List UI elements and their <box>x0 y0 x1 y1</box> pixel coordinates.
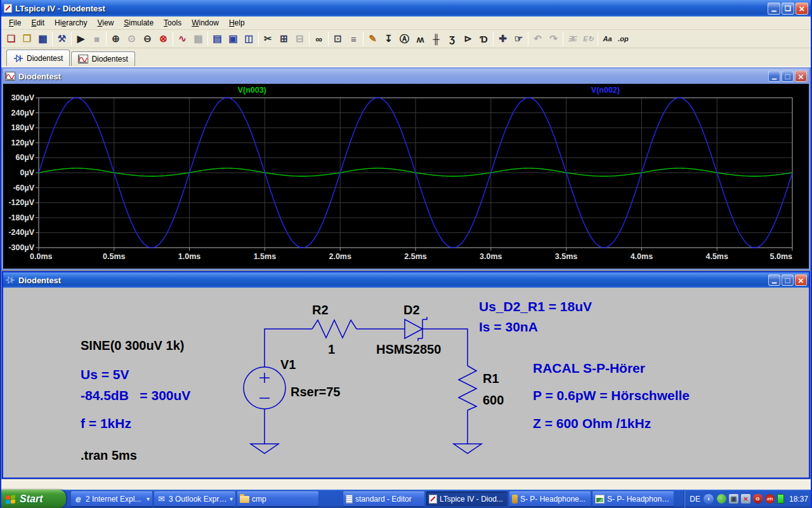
task-outlook-express[interactable]: 3 Outlook Express <box>154 491 235 506</box>
annotation-freq[interactable]: f = 1kHz <box>81 416 131 431</box>
menu-tools[interactable]: Tools <box>159 17 187 29</box>
gdata-shield-tray-icon[interactable]: G <box>753 494 763 504</box>
r2-resistor[interactable] <box>312 320 357 338</box>
window-title: LTspice IV - Diodentest <box>15 4 764 13</box>
menu-window[interactable]: Window <box>187 17 224 29</box>
network-disconnected-tray-icon[interactable] <box>741 494 750 504</box>
spice-directive-icon[interactable]: .op <box>615 31 631 46</box>
menu-help[interactable]: Help <box>224 17 250 29</box>
label-r1-value[interactable]: 600 <box>483 393 504 408</box>
place-ground-icon[interactable]: ↧ <box>381 31 396 46</box>
schematic-maximize-button[interactable] <box>782 274 794 286</box>
move-icon[interactable]: ✚ <box>495 31 511 46</box>
start-button[interactable]: Start <box>0 490 66 508</box>
waveform-maximize-button[interactable] <box>782 70 794 82</box>
schematic-canvas[interactable]: R21D2HSMS2850V1Rser=75R1600SINE(0 300uV … <box>3 288 809 478</box>
place-component-icon[interactable]: Ɗ <box>476 31 492 46</box>
ground-symbol-r1[interactable] <box>454 444 481 453</box>
annotation-racal[interactable]: RACAL S-P-Hörer <box>533 361 645 376</box>
halt-simulation-icon[interactable]: ■ <box>89 31 105 46</box>
plot-settings-icon[interactable]: ▦ <box>190 31 206 46</box>
annotation-db[interactable]: -84.5dB = 300uV <box>81 388 190 403</box>
minimize-button[interactable] <box>768 3 780 15</box>
annotation-us-d2-r1[interactable]: Us_D2_R1 = 18uV <box>479 299 592 314</box>
zoom-back-icon[interactable]: ⊙ <box>124 31 140 46</box>
open-file-icon[interactable]: ❐ <box>19 31 35 46</box>
zoom-out-icon[interactable]: ⊖ <box>140 31 155 46</box>
place-capacitor-icon[interactable]: ╫ <box>428 31 444 46</box>
waveform-minimize-button[interactable] <box>768 70 780 82</box>
new-schematic-icon[interactable]: ❏ <box>3 31 19 46</box>
waveform-plot[interactable]: 300µV240µV180µV120µV60µV0µV-60µV-120µV-1… <box>3 84 809 269</box>
place-diode-icon[interactable]: ⊳ <box>460 31 476 46</box>
r1-resistor[interactable] <box>459 366 476 410</box>
tab-waveform-diodentest[interactable]: Diodentest <box>71 51 134 66</box>
task-cmp-folder[interactable]: cmp <box>237 491 318 506</box>
annotation-impedance[interactable]: Z = 600 Ohm /1kHz <box>533 416 651 431</box>
copy-icon[interactable]: ⊞ <box>276 31 292 46</box>
annotation-us[interactable]: Us = 5V <box>81 367 129 382</box>
place-resistor-icon[interactable]: ʍ <box>412 31 428 46</box>
label-tran-directive[interactable]: .tran 5ms <box>81 448 137 463</box>
restore-button[interactable] <box>782 3 794 15</box>
antivirus-tray-icon[interactable] <box>717 494 726 504</box>
print-icon[interactable]: ≡ <box>346 31 362 46</box>
draw-wire-icon[interactable]: ✎ <box>365 31 381 46</box>
zoom-full-extents-icon[interactable]: ⊗ <box>155 31 171 46</box>
label-r2-value[interactable]: 1 <box>328 342 335 357</box>
schematic-minimize-button[interactable] <box>768 274 780 286</box>
menu-view[interactable]: View <box>93 17 119 29</box>
print-preview-icon[interactable]: ⊡ <box>330 31 346 46</box>
arrange-windows-icon[interactable]: ◫ <box>241 31 257 46</box>
cut-icon[interactable]: ✂ <box>260 31 276 46</box>
drag-icon[interactable]: ☞ <box>511 31 527 46</box>
zoom-in-icon[interactable]: ⊕ <box>108 31 124 46</box>
task-headphone-1[interactable]: S- P- Headphone... <box>509 491 591 506</box>
cascade-windows-icon[interactable]: ▣ <box>225 31 241 46</box>
mirror-icon[interactable]: ∃E <box>565 31 580 46</box>
show-hidden-icons-chevron[interactable] <box>704 494 714 504</box>
save-icon[interactable]: ▦ <box>35 31 51 46</box>
label-d2-value[interactable]: HSMS2850 <box>376 342 441 357</box>
annotation-power[interactable]: P = 0.6pW = Hörschwelle <box>533 388 690 403</box>
battery-tray-icon[interactable] <box>777 494 784 504</box>
find-icon[interactable]: ∞ <box>311 31 327 46</box>
control-panel-hammer-icon[interactable]: ⚒ <box>54 31 70 46</box>
add-text-icon[interactable]: Aa <box>599 31 615 46</box>
autorange-plot-icon[interactable]: ∿ <box>174 31 190 46</box>
paste-icon[interactable]: ⊟ <box>292 31 308 46</box>
label-r1[interactable]: R1 <box>483 371 499 386</box>
svg-text:-180µV: -180µV <box>8 213 34 222</box>
ati-tray-icon[interactable]: ATI <box>765 494 775 504</box>
waveform-close-button[interactable] <box>795 70 807 82</box>
task-standard-editor[interactable]: standard - Editor <box>343 491 424 506</box>
annotation-is[interactable]: Is = 30nA <box>479 319 538 335</box>
rotate-icon[interactable]: E↻ <box>580 31 596 46</box>
language-indicator[interactable]: DE <box>690 495 700 504</box>
task-internet-explorer[interactable]: 2 Internet Expl... <box>71 491 152 506</box>
label-v1[interactable]: V1 <box>280 358 296 372</box>
net-label-icon[interactable]: Ⓐ <box>396 31 412 46</box>
label-sine-params[interactable]: SINE(0 300uV 1k) <box>81 338 184 353</box>
menu-hierarchy[interactable]: Hierarchy <box>49 17 92 29</box>
redo-icon[interactable]: ↷ <box>546 31 561 46</box>
task-ltspice[interactable]: LTspice IV - Diod... <box>426 491 508 506</box>
schematic-close-button[interactable] <box>795 274 807 286</box>
tab-schematic-diodentest[interactable]: Diodentest <box>6 50 70 66</box>
undo-icon[interactable]: ↶ <box>530 31 546 46</box>
tile-windows-icon[interactable]: ▤ <box>209 31 225 46</box>
close-button[interactable] <box>796 3 808 15</box>
menu-simulate[interactable]: Simulate <box>119 17 159 29</box>
ground-symbol-v1[interactable] <box>251 444 278 453</box>
network-tray-icon[interactable] <box>729 494 738 504</box>
label-d2[interactable]: D2 <box>403 303 420 318</box>
svg-text:5.0ms: 5.0ms <box>770 252 792 261</box>
label-v1-rser[interactable]: Rser=75 <box>291 385 340 399</box>
menu-edit[interactable]: Edit <box>26 17 49 29</box>
task-headphone-2[interactable]: S- P- Headphone... <box>593 491 674 506</box>
place-inductor-icon[interactable]: Ʒ <box>444 31 460 46</box>
label-r2[interactable]: R2 <box>312 303 329 318</box>
menu-file[interactable]: File <box>4 17 26 29</box>
run-simulation-icon[interactable]: ▶ <box>73 31 89 46</box>
v1-voltage-source[interactable] <box>244 367 285 409</box>
